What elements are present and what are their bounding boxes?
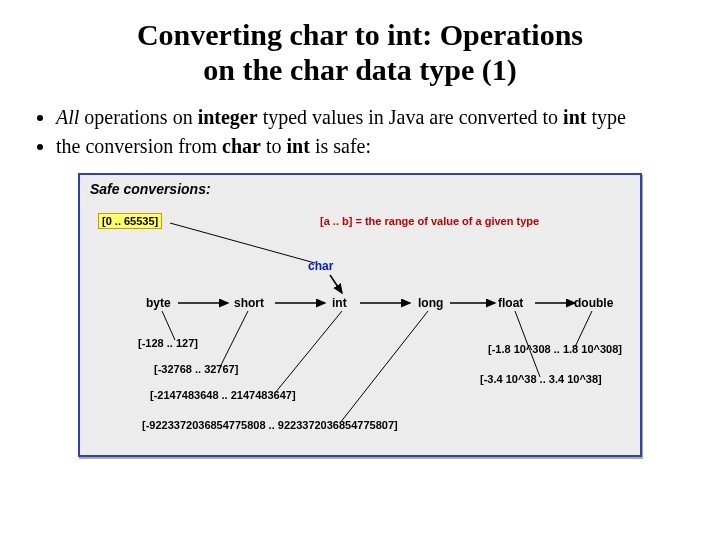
svg-line-7 bbox=[162, 311, 175, 340]
type-double: double bbox=[574, 296, 613, 310]
bullet-1: All operations on integer typed values i… bbox=[56, 105, 690, 130]
svg-line-6 bbox=[170, 223, 315, 263]
svg-line-8 bbox=[220, 311, 248, 367]
range-int: [-2147483648 .. 2147483647] bbox=[150, 389, 296, 401]
range-float: [-3.4 10^38 .. 3.4 10^38] bbox=[480, 373, 602, 385]
conversion-diagram: Safe conversions: [0 .. 65535] [a .. b] … bbox=[80, 175, 636, 455]
title-line-1: Converting char to int: Operations bbox=[137, 18, 583, 51]
type-short: short bbox=[234, 296, 264, 310]
bullet-list: All operations on integer typed values i… bbox=[36, 105, 690, 159]
range-char: [0 .. 65535] bbox=[98, 213, 162, 229]
type-long: long bbox=[418, 296, 443, 310]
svg-line-12 bbox=[575, 311, 592, 347]
svg-line-10 bbox=[340, 311, 428, 423]
range-long: [-9223372036854775808 .. 922337203685477… bbox=[142, 419, 398, 431]
type-char: char bbox=[308, 259, 333, 273]
title-line-2: on the char data type (1) bbox=[203, 53, 517, 86]
svg-line-9 bbox=[275, 311, 342, 393]
type-float: float bbox=[498, 296, 523, 310]
slide-title: Converting char to int: Operations on th… bbox=[30, 18, 690, 87]
bullet-2: the conversion from char to int is safe: bbox=[56, 134, 690, 159]
bullet-1-em: All bbox=[56, 106, 79, 128]
diagram-container: Safe conversions: [0 .. 65535] [a .. b] … bbox=[78, 173, 642, 457]
svg-line-5 bbox=[330, 275, 342, 293]
range-double: [-1.8 10^308 .. 1.8 10^308] bbox=[488, 343, 622, 355]
range-byte: [-128 .. 127] bbox=[138, 337, 198, 349]
range-definition: [a .. b] = the range of value of a given… bbox=[320, 215, 539, 227]
diagram-heading: Safe conversions: bbox=[90, 181, 211, 197]
range-short: [-32768 .. 32767] bbox=[154, 363, 238, 375]
type-int: int bbox=[332, 296, 347, 310]
type-byte: byte bbox=[146, 296, 171, 310]
